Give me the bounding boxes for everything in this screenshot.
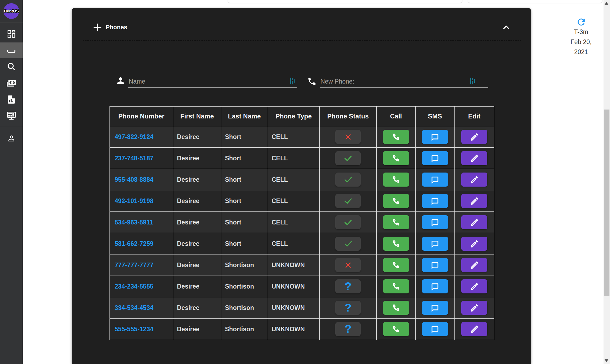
svg-text:DebtOS: DebtOS — [4, 9, 19, 14]
